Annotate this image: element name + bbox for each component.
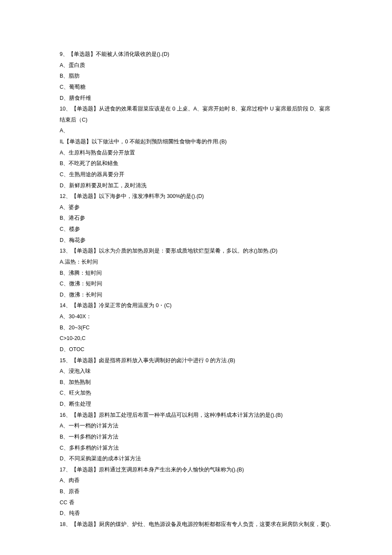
text-line: C、葡萄糖 [60,82,332,93]
text-line: A、30-40X： [60,311,332,323]
text-line: C>10-20,C [60,333,332,344]
text-line: 18、【单选题】厨房的煤炉、炉灶、电热源设备及电源控制柜都都应有专人负责，这要求… [60,519,332,530]
text-line: IL【单选题】以下做法中，0 不能起到预防细菌性食物中毒的作用.(B) [60,137,332,148]
text-line: A、肉香 [60,475,332,486]
text-line: A.温热：长时间 [60,257,332,268]
text-line: D、不同采购渠道的成本计算方法 [60,453,332,465]
text-line: 10、【单选题】从进食的效果看甜菜应该是在 0 上桌。A、宴席开始时 B、宴席过… [60,104,332,125]
text-line: 15、【单选题】卤是指将原料放入事先调制好的卤汁中进行 0 的方法.(B) [60,355,332,366]
text-line: D、断生处理 [60,399,332,410]
text-line: A、生原料与熟食品要分开放置 [60,148,332,159]
text-line: C、榄参 [60,224,332,235]
text-line: B、原香 [60,486,332,497]
text-line: A、一料一档的计算方法 [60,421,332,432]
text-line: B、20~3(FC [60,323,332,334]
text-line: B、港石参 [60,213,332,224]
text-line: B、不吃死了的鼠和鳝鱼 [60,158,332,169]
text-line: D、纯香 [60,508,332,519]
text-line: 17、【单选题】原料通过烹调原料本身产生出来的令人愉快的气味称为().(B) [60,465,332,476]
text-line: A、蛋白质 [60,60,332,71]
text-line: D、新鲜原料要及时加工，及时清洗 [60,180,332,192]
text-line: A、 [60,125,332,137]
text-line: C、多料多档的计算方法 [60,443,332,454]
text-line: B、加热熟制 [60,377,332,388]
text-line: B、脂肪 [60,71,332,82]
text-line: A、浸泡入味 [60,366,332,377]
text-line: D、梅花参 [60,235,332,246]
text-line: 13、【单选题】以水为介质的加热原则是：要形成质地软烂型菜肴，多以。的水()加热… [60,246,332,257]
text-line: D、膳食纤维 [60,93,332,104]
text-line: 16、【单选题】原料加工处理后布置一种半成品可以利用，这种净料成本计算方法的是(… [60,410,332,421]
text-line: C、微沸：短时间 [60,279,332,290]
text-line: 12、【单选题】以下海参中，涨发净料率为 300%的是().(D) [60,191,332,202]
text-line: CC 香 [60,497,332,509]
text-line: B、一料多档的计算方法 [60,432,332,443]
document-page: 9、【单选题】不能被人体消化吸收的是().(D) A、蛋白质 B、脂肪 C、葡萄… [0,0,392,555]
text-line: A、婆参 [60,202,332,213]
text-line: 9、【单选题】不能被人体消化吸收的是().(D) [60,49,332,60]
text-line: 14、【单选题】冷菜正常的食用温度为 0・(C) [60,300,332,311]
text-line: C、生熟用途的器具要分开 [60,169,332,180]
text-line: B、沸腾：短时间 [60,268,332,279]
text-line: D、微沸：长时间 [60,290,332,301]
text-line: C、旺火加热 [60,388,332,399]
text-line: D、OTOC [60,344,332,355]
